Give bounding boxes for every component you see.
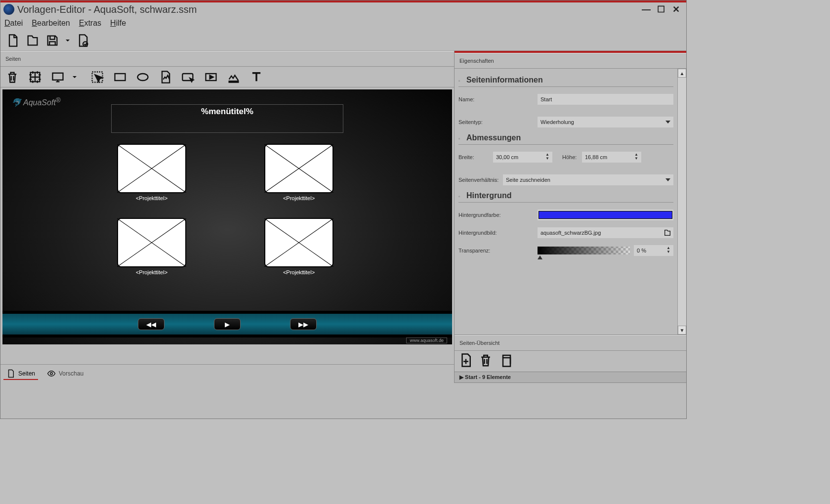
main-toolbar [0, 30, 686, 51]
section-background[interactable]: ▫Hintergrund [458, 188, 673, 203]
ratio-select[interactable]: Seite zuschneiden [503, 174, 673, 185]
svg-point-4 [138, 74, 148, 81]
menubar: Datei Bearbeiten Extras Hilfe [0, 16, 686, 30]
height-field[interactable]: 16,88 cm▲▼ [582, 152, 641, 163]
bottom-tabs: Seiten Vorschau [0, 364, 454, 383]
image-tool-icon[interactable] [156, 68, 175, 86]
select-tool-icon[interactable] [87, 68, 107, 86]
menu-edit[interactable]: Bearbeiten [32, 19, 70, 28]
screen-icon[interactable] [48, 68, 68, 86]
rectangle-tool-icon[interactable] [110, 68, 130, 86]
tab-preview[interactable]: Vorschau [44, 368, 86, 380]
duplicate-page-icon[interactable] [498, 353, 513, 370]
name-label: Name: [458, 96, 538, 102]
svg-rect-3 [115, 74, 125, 81]
menu-file[interactable]: Datei [4, 19, 23, 28]
overview-panel-title: Seiten-Übersicht [455, 335, 686, 351]
chevron-down-icon [665, 121, 670, 124]
browse-icon[interactable] [664, 229, 671, 237]
pages-panel-title: Seiten [0, 51, 454, 67]
scroll-down-icon[interactable]: ▼ [678, 326, 686, 335]
delete-page-icon[interactable] [478, 353, 493, 370]
name-field[interactable]: Start [538, 94, 673, 105]
page-toolbar [0, 67, 454, 87]
video-tool-icon[interactable] [201, 68, 221, 86]
transparency-slider[interactable] [538, 247, 630, 254]
height-label: Höhe: [552, 154, 582, 160]
bgimage-label: Hintergrundbild: [458, 230, 538, 236]
new-file-icon[interactable] [4, 32, 21, 49]
overview-toolbar [455, 351, 686, 372]
button-tool-icon[interactable] [178, 68, 198, 86]
bgcolor-swatch[interactable] [538, 210, 673, 220]
aquasoft-logo: 🐬 AquaSoft® [11, 96, 61, 107]
properties-scrollbar[interactable]: ▲ ▼ [677, 69, 686, 335]
url-label: www.aquasoft.de [406, 337, 447, 343]
transparency-field[interactable]: 0 %▲▼ [634, 245, 673, 256]
pagetype-label: Seitentyp: [458, 119, 538, 125]
section-dimensions[interactable]: ▫Abmessungen [458, 130, 673, 145]
play-button[interactable]: ▶ [214, 318, 241, 330]
bgimage-field[interactable]: aquasoft_schwarzBG.jpg [538, 227, 673, 238]
project-thumb-4[interactable]: <Projekttitel> [264, 218, 333, 275]
screen-dropdown-icon[interactable] [71, 68, 79, 86]
menu-help[interactable]: Hilfe [110, 19, 126, 28]
svg-rect-8 [503, 358, 510, 367]
window-title: Vorlagen-Editor - AquaSoft, schwarz.ssm [17, 4, 639, 15]
eye-icon [47, 369, 56, 378]
section-page-info[interactable]: ▫Seiteninformationen [458, 73, 673, 87]
pagetype-select[interactable]: Wiederholung [538, 117, 673, 127]
project-thumb-3[interactable]: <Projekttitel> [117, 218, 186, 275]
text-tool-icon[interactable] [247, 68, 266, 86]
scroll-up-icon[interactable]: ▲ [678, 69, 686, 78]
apply-template-icon[interactable] [75, 32, 91, 49]
minimize-button[interactable]: — [639, 3, 654, 15]
slideshow-tool-icon[interactable] [224, 68, 244, 86]
maximize-button[interactable]: ☐ [654, 3, 668, 15]
chevron-down-icon [665, 178, 670, 181]
titlebar: Vorlagen-Editor - AquaSoft, schwarz.ssm … [0, 0, 686, 16]
svg-rect-1 [53, 73, 63, 80]
project-thumb-2[interactable]: <Projekttitel> [264, 144, 333, 201]
save-dropdown-icon[interactable] [64, 32, 72, 49]
filmstrip: ◀◀ ▶ ▶▶ [2, 311, 452, 337]
menu-title-placeholder[interactable]: %menütitel% [111, 104, 343, 133]
rewind-button[interactable]: ◀◀ [138, 318, 165, 330]
overview-item-start[interactable]: ▶ Start - 9 Elemente [455, 372, 686, 383]
menu-extras[interactable]: Extras [79, 19, 101, 28]
project-thumb-1[interactable]: <Projekttitel> [117, 144, 186, 201]
page-icon [6, 369, 15, 378]
width-field[interactable]: 30,00 cm▲▼ [493, 152, 552, 163]
grid-icon[interactable] [25, 68, 45, 86]
tab-pages[interactable]: Seiten [3, 368, 38, 380]
app-icon [3, 4, 14, 15]
forward-button[interactable]: ▶▶ [290, 318, 317, 330]
ellipse-tool-icon[interactable] [133, 68, 153, 86]
page-canvas[interactable]: 🐬 AquaSoft® %menütitel% <Projekttitel> <… [2, 89, 452, 344]
transparency-label: Transparenz: [458, 248, 538, 253]
open-file-icon[interactable] [24, 32, 41, 49]
svg-point-7 [50, 372, 53, 375]
close-button[interactable]: ✕ [668, 3, 683, 15]
delete-icon[interactable] [2, 68, 22, 86]
bgcolor-label: Hintergrundfarbe: [458, 212, 538, 218]
save-icon[interactable] [44, 32, 61, 49]
width-label: Breite: [458, 154, 493, 160]
add-page-icon[interactable] [458, 353, 473, 370]
properties-panel-title: Eigenschaften [455, 53, 686, 69]
